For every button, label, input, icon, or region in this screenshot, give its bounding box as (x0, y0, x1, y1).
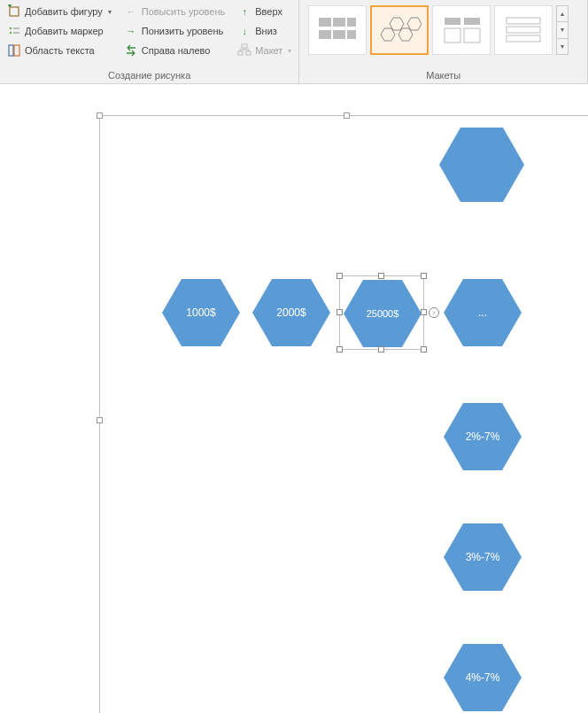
svg-rect-11 (246, 51, 251, 55)
svg-marker-25 (407, 18, 422, 30)
gallery-scrollbar[interactable]: ▴ ▾ ▾ (556, 5, 569, 55)
demote-button[interactable]: → Понизить уровень (122, 23, 228, 39)
gallery-scroll-down-icon[interactable]: ▾ (557, 22, 568, 38)
resize-handle[interactable] (97, 417, 103, 423)
move-down-label: Вниз (255, 26, 277, 36)
ribbon-column-3: ↑ Вверх ↓ Вниз Макет ▾ (236, 4, 293, 58)
dropdown-caret-icon: ▾ (108, 8, 112, 16)
gallery-scroll-up-icon[interactable]: ▴ (557, 6, 568, 22)
promote-button: ← Повысить уровень (122, 4, 228, 19)
svg-rect-8 (14, 45, 19, 56)
svg-rect-18 (347, 18, 356, 27)
svg-point-5 (10, 32, 12, 35)
layout-button: Макет ▾ (236, 43, 293, 58)
svg-rect-16 (319, 18, 331, 27)
hexagon-shape[interactable]: 2000$ (252, 279, 330, 346)
svg-rect-26 (445, 18, 460, 25)
resize-handle[interactable] (421, 346, 427, 353)
resize-handle[interactable] (337, 309, 343, 315)
hexagon-text: 2000$ (276, 306, 306, 319)
smartart-frame[interactable]: ▸ 1000$ 2000$ 25000$ › ... 2%-7% (99, 115, 588, 713)
dropdown-caret-icon: ▾ (288, 47, 291, 55)
svg-rect-32 (507, 35, 540, 42)
resize-handle[interactable] (337, 273, 343, 279)
hexagon-text: 1000$ (186, 306, 215, 319)
resize-handle[interactable] (337, 346, 343, 353)
layouts-gallery: ▴ ▾ ▾ (305, 4, 572, 57)
rtl-icon (124, 43, 138, 58)
svg-rect-20 (333, 30, 345, 39)
svg-point-3 (10, 27, 12, 30)
demote-label: Понизить уровень (142, 26, 224, 36)
ribbon-group-body: ▴ ▾ ▾ (305, 4, 582, 57)
ribbon-column-1: Добавить фигуру ▾ Добавить маркер Област… (5, 4, 113, 58)
ribbon-group-drawing-label: Создание рисунка (5, 68, 293, 83)
arrow-left-icon: ← (124, 4, 138, 19)
svg-rect-17 (333, 18, 345, 27)
svg-rect-21 (347, 30, 356, 39)
hexagon-text: ... (478, 306, 487, 319)
add-bullet-button[interactable]: Добавить маркер (5, 23, 113, 39)
resize-handle[interactable] (344, 112, 350, 119)
resize-handle[interactable] (421, 273, 427, 279)
add-shape-label: Добавить фигуру (25, 6, 103, 17)
resize-handle[interactable] (421, 309, 427, 315)
hexagon-shape[interactable]: ... (444, 279, 522, 346)
resize-handle[interactable] (97, 112, 103, 119)
ribbon-group-body: Добавить фигуру ▾ Добавить маркер Област… (5, 4, 293, 58)
ribbon-group-layouts-label: Макеты (305, 68, 582, 83)
svg-rect-10 (238, 51, 243, 55)
svg-rect-27 (464, 18, 480, 25)
hexagon-shape[interactable] (439, 128, 524, 202)
gallery-item-list[interactable] (494, 5, 553, 55)
svg-rect-31 (507, 27, 540, 33)
hexagon-shape-selected[interactable]: 25000$ (344, 280, 422, 347)
svg-rect-7 (9, 45, 13, 56)
svg-rect-0 (10, 7, 19, 16)
connector-handle-icon[interactable]: › (429, 307, 439, 318)
shape-selection[interactable]: 25000$ › (339, 275, 424, 350)
ribbon-group-layouts: ▴ ▾ ▾ Макеты (299, 0, 588, 83)
layout-icon (237, 43, 251, 58)
text-pane-icon (7, 43, 21, 58)
add-bullet-icon (7, 24, 21, 38)
hexagon-shape[interactable]: 3%-7% (444, 523, 522, 591)
hexagon-shape[interactable]: 4%-7% (444, 644, 522, 711)
svg-rect-9 (242, 44, 247, 48)
ribbon-column-2: ← Повысить уровень → Понизить уровень Сп… (122, 4, 228, 58)
add-bullet-label: Добавить маркер (25, 26, 104, 36)
svg-rect-19 (319, 30, 331, 39)
move-up-button[interactable]: ↑ Вверх (236, 4, 293, 19)
arrow-right-icon: → (124, 24, 138, 38)
gallery-item-blocks[interactable] (308, 5, 367, 55)
hexagon-shape[interactable]: 1000$ (162, 279, 240, 346)
arrow-up-icon: ↑ (237, 4, 251, 19)
add-shape-icon (7, 4, 21, 19)
svg-rect-30 (507, 18, 540, 24)
gallery-item-hexagons[interactable] (370, 5, 429, 55)
gallery-item-stacked[interactable] (432, 5, 491, 55)
hexagon-shape[interactable]: 2%-7% (444, 403, 522, 470)
ribbon: Добавить фигуру ▾ Добавить маркер Област… (0, 0, 588, 84)
hexagon-text: 4%-7% (466, 671, 500, 684)
svg-marker-23 (381, 28, 395, 41)
move-down-button[interactable]: ↓ Вниз (236, 23, 293, 39)
hexagon-text: 25000$ (367, 308, 399, 319)
resize-handle[interactable] (378, 346, 384, 353)
add-shape-button[interactable]: Добавить фигуру ▾ (5, 4, 113, 19)
document-canvas[interactable]: ▸ 1000$ 2000$ 25000$ › ... 2%-7% (0, 84, 588, 713)
gallery-expand-icon[interactable]: ▾ (557, 39, 568, 54)
text-pane-button[interactable]: Область текста (5, 43, 113, 58)
svg-rect-29 (464, 28, 480, 43)
resize-handle[interactable] (378, 273, 384, 279)
hexagon-text: 2%-7% (466, 430, 500, 443)
promote-label: Повысить уровень (142, 6, 226, 17)
layout-label: Макет (255, 45, 282, 56)
hexagon-text: 3%-7% (466, 551, 500, 563)
text-pane-label: Область текста (25, 45, 95, 56)
rtl-label: Справа налево (142, 45, 211, 56)
arrow-down-icon: ↓ (237, 24, 251, 38)
rtl-button[interactable]: Справа налево (122, 43, 228, 58)
move-up-label: Вверх (255, 6, 282, 17)
ribbon-group-drawing: Добавить фигуру ▾ Добавить маркер Област… (0, 0, 299, 83)
